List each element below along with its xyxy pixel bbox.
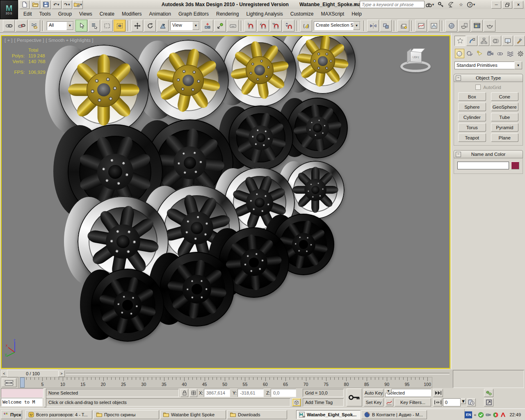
menu-views[interactable]: Views [75,10,96,18]
chevron-down-icon[interactable]: ▼ [385,389,392,393]
time-slider-marker[interactable] [20,377,25,388]
object-button-teapot[interactable]: Teapot [458,133,486,142]
tab-utilities[interactable] [514,36,525,46]
menu-rendering[interactable]: Rendering [212,10,242,18]
open-file-button[interactable] [30,0,40,9]
category-dropdown[interactable]: Standard Primitives ▼ [454,62,522,69]
help-button[interactable]: ?▼ [467,1,476,9]
category-geometry[interactable] [455,49,464,58]
favorites-button[interactable]: ☆ [457,1,466,9]
current-frame-field[interactable]: 0 ▲▼ [443,398,465,406]
infocenter-search-input[interactable] [360,1,425,8]
tray-avira[interactable] [500,412,506,418]
select-by-name-button[interactable] [88,20,100,32]
object-type-rollout-header[interactable]: − Object Type [454,74,523,82]
set-keys-button[interactable] [347,388,362,406]
wheel-object[interactable] [223,35,297,107]
align-button[interactable] [380,20,392,32]
next-frame-arrow[interactable]: > [58,370,65,377]
viewcube-front-face[interactable]: LEFT [410,51,422,63]
menu-graph-editors[interactable]: Graph Editors [175,10,212,18]
category-shapes[interactable] [465,49,475,58]
select-and-link-button[interactable] [3,20,15,32]
schematic-view-button[interactable] [428,20,440,32]
viewcube-cube[interactable]: LEFT [409,48,421,61]
save-file-button[interactable] [41,0,51,9]
taskbar-button-watanbe-eight-spoke[interactable]: Watanbe Eight Spoke [160,410,226,419]
category-systems[interactable] [516,49,525,58]
y-coordinate-field[interactable]: -318,61 [237,389,264,397]
time-slider[interactable]: 0 / 100 [7,370,59,377]
unlink-selection-button[interactable] [16,20,27,32]
zoom-extents-all-button[interactable] [484,389,493,397]
use-pivot-point-center-button[interactable] [201,20,213,32]
category-space-warps[interactable] [506,49,515,58]
taskbar-button-в-контакте-аудио-м-[interactable]: В Контакте | Аудио - М... [361,410,427,419]
search-history-button[interactable]: ▸ [354,1,358,9]
key-mode-dropdown[interactable]: Selected ▼ [385,389,431,397]
maxscript-mini-recorder[interactable] [1,388,43,398]
wheel-object[interactable] [91,269,164,342]
material-editor-button[interactable] [445,20,457,32]
tray-chevron[interactable]: « [474,412,476,417]
undo-button[interactable]: ↶▼ [52,0,62,9]
absolute-mode-transform-toggle[interactable] [189,389,197,397]
select-object-button[interactable] [75,20,87,32]
menu-edit[interactable]: Edit [20,10,36,18]
selection-filter-dropdown[interactable]: All▼ [47,21,74,30]
keyboard-shortcut-override-toggle[interactable] [227,20,239,32]
tray-greencheck[interactable] [478,412,484,418]
redo-button[interactable]: ↷▼ [62,0,72,9]
auto-key-toggle[interactable]: Auto Key [364,389,383,397]
curve-editor-button[interactable] [415,20,427,32]
angle-snap-toggle[interactable]: ∠ [257,20,269,32]
name-and-color-rollout-header[interactable]: − Name and Color [454,150,523,158]
viewport-label-part-2[interactable]: [ Smooth + Highlights ] [46,38,93,43]
maxscript-mini-listener[interactable]: Welcome to M [1,398,43,406]
menu-customize[interactable]: Customize [287,10,317,18]
time-slider-groove[interactable] [66,373,450,374]
track-bar-ruler[interactable]: 0510152025303540455055606570758085909510… [18,377,432,388]
object-button-cone[interactable]: Cone [491,92,519,101]
object-color-swatch[interactable] [511,162,519,169]
named-selection-sets-dropdown[interactable]: Create Selection Se▼ [314,21,361,30]
wheel-object[interactable] [148,40,229,121]
close-button[interactable]: × [514,1,523,9]
menu-lighting-analysis[interactable]: Lighting Analysis [242,10,286,18]
open-mini-curve-editor-button[interactable] [2,378,16,387]
perspective-viewport[interactable]: [ + ][ Perspective ][ Smooth + Highlight… [1,35,450,369]
viewcube-compass-ring[interactable] [400,61,431,72]
object-button-cylinder[interactable]: Cylinder [458,113,486,121]
menu-help[interactable]: Help [348,10,365,18]
viewport-label-part-0[interactable]: [ + ] [5,38,13,43]
object-button-tube[interactable]: Tube [491,113,519,121]
tray-usb[interactable] [485,412,491,418]
bind-to-space-warp-button[interactable] [28,20,40,32]
object-button-torus[interactable]: Torus [458,123,486,132]
spinner-snap-toggle[interactable] [283,20,294,32]
render-setup-button[interactable] [458,20,470,32]
select-and-manipulate-button[interactable] [214,20,226,32]
add-time-tag-field[interactable]: Add Time Tag [303,398,344,406]
category-lights[interactable] [475,49,484,58]
tab-modify[interactable] [466,36,477,46]
previous-frame-arrow[interactable]: < [1,370,7,377]
menu-create[interactable]: Create [96,10,118,18]
menu-group[interactable]: Group [55,10,75,18]
wheel-object[interactable] [59,45,149,135]
isolate-selection-toggle[interactable] [292,398,301,406]
minimize-button[interactable]: ─ [491,1,501,9]
tray-agent[interactable] [493,412,499,418]
object-name-input[interactable] [457,162,509,169]
language-indicator[interactable]: EN [465,411,472,418]
rectangular-selection-region-button[interactable] [101,20,113,32]
object-button-pyramid[interactable]: Pyramid [491,123,519,132]
z-coordinate-field[interactable]: 0,0 [271,389,296,397]
selection-lock-toggle[interactable] [180,389,188,397]
mirror-button[interactable] [367,20,379,32]
new-scene-button[interactable] [20,0,30,9]
category-cameras[interactable] [485,49,495,58]
key-filters-button[interactable]: Key Filters... [395,398,431,406]
chevron-down-icon[interactable]: ▼ [66,22,73,30]
percent-snap-toggle[interactable]: % [270,20,282,32]
